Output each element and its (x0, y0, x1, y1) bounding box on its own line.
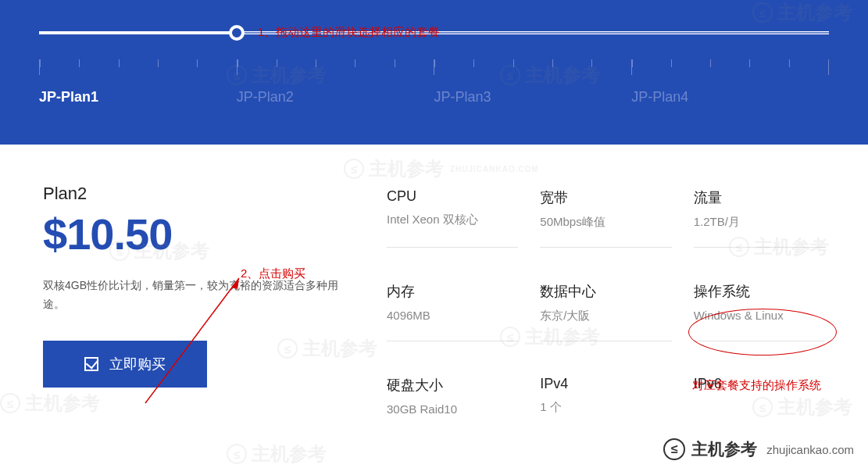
slider-ticks (39, 59, 829, 75)
spec-label: 流量 (694, 188, 825, 207)
spec-label: 宽带 (540, 188, 671, 207)
spec-label: 硬盘大小 (387, 376, 518, 395)
spec-value: Windows & Linux (694, 309, 825, 322)
spec-value: 1 个 (540, 400, 671, 415)
slider-fill (39, 31, 237, 34)
spec-value: 50Mbps峰值 (540, 215, 671, 230)
spec-cpu: CPU Intel Xeon 双核心 (387, 188, 518, 248)
spec-datacenter: 数据中心 东京/大阪 (540, 282, 671, 341)
plan-name: Plan2 (43, 184, 340, 204)
spec-value: 30GB Raid10 (387, 402, 518, 416)
buy-button[interactable]: 立即购买 (43, 341, 207, 388)
plan-content: Plan2 $10.50 双核4GB性价比计划，销量第一，较为充裕的资源适合多种… (0, 145, 868, 416)
spec-label: CPU (387, 188, 518, 205)
plan-label-3[interactable]: JP-Plan3 (434, 89, 632, 105)
spec-disk: 硬盘大小 30GB Raid10 (387, 376, 518, 416)
annotation-3: 对应套餐支持的操作系统 (692, 378, 821, 393)
spec-value: Intel Xeon 双核心 (387, 213, 518, 227)
brand-text: 主机参考 (691, 438, 757, 460)
spec-ipv4: IPv4 1 个 (540, 376, 671, 416)
plan-label-4[interactable]: JP-Plan4 (631, 89, 829, 105)
buy-button-label: 立即购买 (109, 355, 166, 373)
brand-url: zhujicankao.com (766, 443, 854, 456)
spec-value: 1.2TB/月 (694, 215, 825, 230)
spec-label: IPv4 (540, 376, 671, 392)
spec-label: 内存 (387, 282, 518, 301)
spec-value: 4096MB (387, 309, 518, 322)
spec-value: 东京/大阪 (540, 309, 671, 323)
spec-traffic: 流量 1.2TB/月 (694, 188, 825, 248)
plan-description: 双核4GB性价比计划，销量第一，较为充裕的资源适合多种用途。 (43, 277, 340, 314)
checkbox-icon (84, 357, 98, 371)
spec-label: 数据中心 (540, 282, 671, 301)
plan-label-1[interactable]: JP-Plan1 (39, 89, 237, 105)
plan-price: $10.50 (43, 209, 340, 259)
plan-label-2[interactable]: JP-Plan2 (237, 89, 434, 105)
annotation-1: 1、拖动这里的滑块选择相应的套餐 (258, 25, 440, 40)
watermark: ≤主机参考 (227, 441, 327, 466)
spec-label: 操作系统 (694, 282, 825, 301)
plan-summary: Plan2 $10.50 双核4GB性价比计划，销量第一，较为充裕的资源适合多种… (43, 184, 340, 416)
plan-slider-banner: JP-Plan1 JP-Plan2 JP-Plan3 JP-Plan4 1、拖动… (0, 0, 868, 145)
footer-brand: ≤ 主机参考 zhujicankao.com (663, 438, 854, 460)
spec-ram: 内存 4096MB (387, 282, 518, 341)
spec-os: 操作系统 Windows & Linux (694, 282, 825, 341)
annotation-2: 2、点击购买 (241, 266, 305, 281)
spec-bandwidth: 宽带 50Mbps峰值 (540, 188, 671, 248)
brand-logo-icon: ≤ (663, 438, 685, 460)
slider-handle[interactable] (229, 25, 245, 41)
plan-labels: JP-Plan1 JP-Plan2 JP-Plan3 JP-Plan4 (39, 89, 829, 105)
